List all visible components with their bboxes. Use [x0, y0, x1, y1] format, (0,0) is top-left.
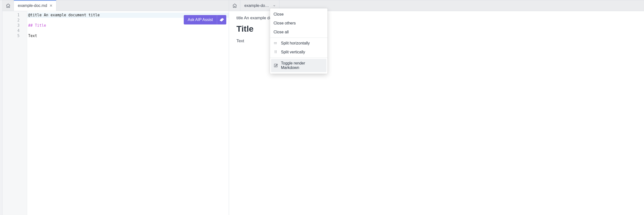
- svg-point-1: [275, 42, 275, 43]
- menu-item-label: Close others: [274, 21, 296, 25]
- menu-item[interactable]: Close others: [270, 19, 328, 28]
- svg-point-13: [276, 51, 276, 52]
- workspace: example-doc.md ✕ 12345 @title An example…: [0, 0, 644, 215]
- code-content[interactable]: @title An example document title## Title…: [27, 11, 229, 215]
- line-number: 3: [2, 23, 27, 28]
- svg-point-11: [275, 53, 275, 53]
- tabbar-left: example-doc.md ✕: [2, 0, 229, 11]
- left-rail: [0, 0, 2, 215]
- split-h-icon: [274, 41, 278, 45]
- aip-assist: Ask AIP Assist: [184, 15, 226, 24]
- menu-item[interactable]: Toggle render Markdown: [271, 59, 326, 72]
- line-number: 1: [2, 12, 27, 18]
- preview-title-line: title An example document title: [236, 15, 273, 20]
- svg-point-3: [276, 42, 277, 43]
- svg-point-0: [274, 42, 274, 43]
- svg-point-9: [275, 51, 275, 52]
- svg-point-7: [276, 43, 277, 44]
- tab-example-doc[interactable]: example-doc.md ✕: [14, 0, 56, 11]
- home-button[interactable]: [229, 0, 240, 11]
- editor-area: 12345 @title An example document title##…: [2, 11, 229, 215]
- svg-point-8: [275, 50, 275, 51]
- gear-icon: [220, 17, 224, 22]
- line-number: 2: [2, 18, 27, 23]
- svg-point-5: [275, 43, 275, 44]
- menu-item-label: Toggle render Markdown: [281, 61, 324, 70]
- chevron-down-icon[interactable]: [273, 4, 276, 7]
- svg-point-6: [276, 43, 276, 44]
- menu-item[interactable]: Split horizontally: [270, 39, 328, 48]
- code-line: Text: [27, 33, 229, 38]
- tab-label: example-doc.md: [244, 3, 270, 8]
- aip-assist-settings-button[interactable]: [217, 15, 226, 24]
- menu-separator: [270, 58, 328, 58]
- menu-item-label: Close: [274, 12, 284, 16]
- line-number: 5: [2, 33, 27, 38]
- menu-item[interactable]: Close all: [270, 28, 328, 36]
- close-icon[interactable]: ✕: [50, 4, 53, 7]
- svg-point-10: [275, 52, 275, 52]
- svg-point-14: [276, 52, 276, 52]
- menu-item-label: Split horizontally: [281, 41, 310, 45]
- home-icon: [232, 3, 237, 8]
- line-number: 4: [2, 28, 27, 33]
- svg-point-4: [274, 43, 274, 44]
- tab-label: example-doc.md: [18, 3, 47, 8]
- editor-pane: example-doc.md ✕ 12345 @title An example…: [2, 0, 229, 215]
- menu-separator: [270, 37, 328, 38]
- edit-box-icon: [274, 63, 278, 68]
- tab-context-menu: CloseClose othersClose allSplit horizont…: [270, 8, 328, 74]
- ask-aip-assist-button[interactable]: Ask AIP Assist: [184, 15, 217, 24]
- code-line: [27, 28, 229, 33]
- svg-point-12: [276, 50, 276, 51]
- svg-point-2: [276, 42, 276, 43]
- menu-item[interactable]: Split vertically: [270, 48, 328, 57]
- svg-point-15: [276, 53, 276, 53]
- menu-item-label: Close all: [274, 30, 288, 34]
- menu-item-label: Split vertically: [281, 50, 305, 54]
- home-icon: [6, 3, 11, 8]
- home-button[interactable]: [2, 0, 14, 11]
- menu-item[interactable]: Close: [270, 10, 328, 19]
- split-v-icon: [274, 50, 278, 54]
- line-gutter: 12345: [2, 11, 27, 215]
